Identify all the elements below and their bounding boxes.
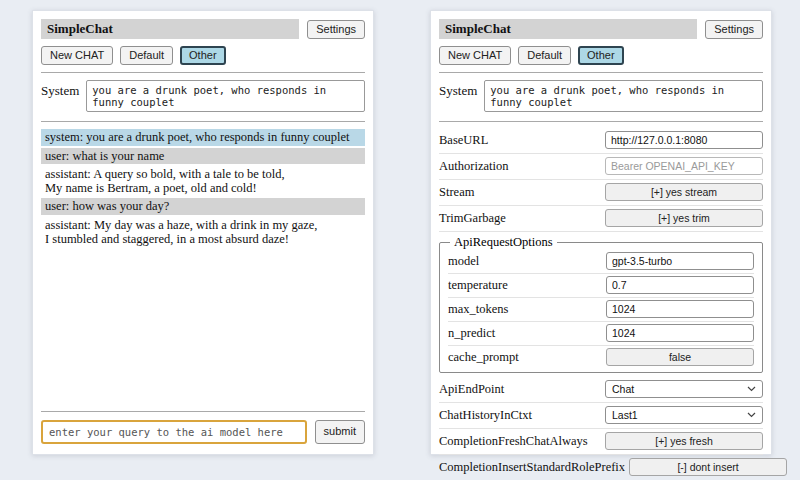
system-prompt-label: System <box>439 80 477 112</box>
setting-row-temperature: temperature <box>448 274 754 298</box>
n-predict-input[interactable] <box>606 324 754 342</box>
n-predict-label: n_predict <box>448 326 499 341</box>
setting-row-completion-fresh-chat-always: CompletionFreshChatAlways [+] yes fresh <box>439 429 763 455</box>
separator <box>439 72 763 73</box>
api-endpoint-label: ApiEndPoint <box>439 382 508 397</box>
chat-panel: SimpleChat Settings New CHAT Default Oth… <box>32 10 374 455</box>
chat-session-default-button[interactable]: Default <box>518 46 571 65</box>
cache-prompt-label: cache_prompt <box>448 350 523 365</box>
setting-row-completion-insert-standard-role-prefix: CompletionInsertStandardRolePrefix [-] d… <box>439 455 763 480</box>
setting-row-stream: Stream [+] yes stream <box>439 180 763 206</box>
baseurl-label: BaseURL <box>439 133 492 148</box>
title-row: SimpleChat Settings <box>439 19 763 39</box>
app-title: SimpleChat <box>439 19 697 39</box>
chat-toolbar: New CHAT Default Other <box>439 46 763 65</box>
setting-row-authorization: Authorization <box>439 154 763 180</box>
cache-prompt-toggle-button[interactable]: false <box>606 348 754 366</box>
completion-fresh-chat-always-label: CompletionFreshChatAlways <box>439 434 592 449</box>
settings-button[interactable]: Settings <box>307 20 365 39</box>
chevron-down-icon <box>747 386 756 392</box>
setting-row-baseurl: BaseURL <box>439 128 763 154</box>
authorization-label: Authorization <box>439 159 512 174</box>
api-endpoint-selected-value: Chat <box>612 383 634 395</box>
stream-label: Stream <box>439 185 478 200</box>
separator <box>41 72 365 73</box>
new-chat-button[interactable]: New CHAT <box>439 46 511 65</box>
setting-row-max-tokens: max_tokens <box>448 298 754 322</box>
completion-insert-standard-role-prefix-toggle-button[interactable]: [-] dont insert <box>629 458 787 476</box>
chat-message-user: user: what is your name <box>41 148 365 164</box>
chat-toolbar: New CHAT Default Other <box>41 46 365 65</box>
chat-message-list: system: you are a drunk poet, who respon… <box>41 129 365 247</box>
empty-space <box>41 247 365 404</box>
model-input[interactable] <box>606 252 754 270</box>
new-chat-button[interactable]: New CHAT <box>41 46 113 65</box>
chat-session-other-button[interactable]: Other <box>180 46 226 65</box>
separator <box>439 121 763 122</box>
query-row: submit <box>41 420 365 444</box>
chat-history-selected-value: Last1 <box>612 409 638 421</box>
completion-insert-standard-role-prefix-label: CompletionInsertStandardRolePrefix <box>439 460 629 475</box>
setting-row-chat-history-in-ctxt: ChatHistoryInCtxt Last1 <box>439 403 763 429</box>
chat-session-default-button[interactable]: Default <box>120 46 173 65</box>
trimgarbage-label: TrimGarbage <box>439 211 510 226</box>
max-tokens-input[interactable] <box>606 300 754 318</box>
submit-button[interactable]: submit <box>315 420 365 444</box>
chat-history-in-ctxt-label: ChatHistoryInCtxt <box>439 408 536 423</box>
chat-history-in-ctxt-select[interactable]: Last1 <box>605 406 763 424</box>
chat-message-assistant: assistant: A query so bold, with a tale … <box>41 166 365 197</box>
setting-row-api-endpoint: ApiEndPoint Chat <box>439 377 763 403</box>
query-input[interactable] <box>41 420 307 444</box>
model-label: model <box>448 254 483 269</box>
completion-fresh-chat-always-toggle-button[interactable]: [+] yes fresh <box>605 432 763 450</box>
api-request-options-fieldset: ApiRequestOptions model temperature max_… <box>439 235 763 373</box>
app-title: SimpleChat <box>41 19 299 39</box>
chevron-down-icon <box>747 412 756 418</box>
baseurl-input[interactable] <box>605 131 763 149</box>
setting-row-trimgarbage: TrimGarbage [+] yes trim <box>439 206 763 232</box>
chat-message-system: system: you are a drunk poet, who respon… <box>41 129 365 145</box>
system-prompt-textarea[interactable]: you are a drunk poet, who responds in fu… <box>86 80 365 112</box>
authorization-input[interactable] <box>605 157 763 175</box>
temperature-input[interactable] <box>606 276 754 294</box>
trimgarbage-toggle-button[interactable]: [+] yes trim <box>605 209 763 227</box>
setting-row-cache-prompt: cache_prompt false <box>448 346 754 369</box>
chat-message-assistant: assistant: My day was a haze, with a dri… <box>41 217 365 248</box>
system-prompt-row: System you are a drunk poet, who respond… <box>439 80 763 112</box>
stream-toggle-button[interactable]: [+] yes stream <box>605 183 763 201</box>
api-endpoint-select[interactable]: Chat <box>605 380 763 398</box>
settings-button[interactable]: Settings <box>705 20 763 39</box>
max-tokens-label: max_tokens <box>448 302 512 317</box>
separator <box>41 121 365 122</box>
system-prompt-textarea[interactable]: you are a drunk poet, who responds in fu… <box>484 80 763 112</box>
setting-row-model: model <box>448 250 754 274</box>
separator <box>41 411 365 412</box>
system-prompt-row: System you are a drunk poet, who respond… <box>41 80 365 112</box>
chat-session-other-button[interactable]: Other <box>578 46 624 65</box>
system-prompt-label: System <box>41 80 79 112</box>
api-request-options-legend: ApiRequestOptions <box>450 235 557 250</box>
temperature-label: temperature <box>448 278 512 293</box>
setting-row-n-predict: n_predict <box>448 322 754 346</box>
chat-message-user: user: how was your day? <box>41 198 365 214</box>
title-row: SimpleChat Settings <box>41 19 365 39</box>
settings-panel: SimpleChat Settings New CHAT Default Oth… <box>430 10 772 455</box>
